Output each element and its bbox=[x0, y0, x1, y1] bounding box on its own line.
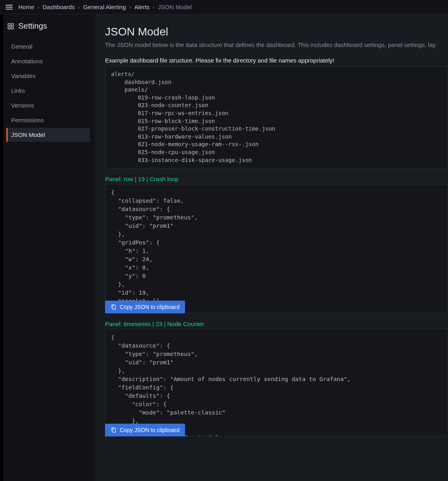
menu-icon[interactable] bbox=[6, 4, 13, 11]
topbar: Home› Dashboards› General Alerting› Aler… bbox=[0, 0, 448, 14]
panel-header: Panel: row | 19 | Crash loop bbox=[105, 176, 448, 182]
sidebar-item-annotations[interactable]: Annotations bbox=[6, 54, 90, 68]
svg-rect-2 bbox=[8, 27, 10, 29]
json-code[interactable]: { "collapsed": false, "datasource": { "t… bbox=[105, 184, 448, 313]
breadcrumb-current: JSON Model bbox=[158, 4, 192, 10]
breadcrumb-link[interactable]: Dashboards bbox=[43, 4, 75, 10]
sidebar-item-permissions[interactable]: Permissions bbox=[6, 113, 90, 127]
page-title: JSON Model bbox=[105, 25, 448, 38]
copy-json-button[interactable]: Copy JSON to clipboard bbox=[105, 301, 185, 313]
json-panel: { "collapsed": false, "datasource": { "t… bbox=[105, 184, 448, 313]
svg-rect-3 bbox=[12, 27, 14, 29]
sidebar-item-versions[interactable]: Versions bbox=[6, 98, 90, 112]
clipboard-icon bbox=[111, 427, 117, 433]
svg-rect-5 bbox=[113, 428, 116, 432]
chevron-right-icon: › bbox=[153, 4, 155, 10]
apps-icon bbox=[7, 23, 14, 30]
breadcrumb-link[interactable]: Alerts bbox=[134, 4, 149, 10]
svg-rect-4 bbox=[113, 305, 116, 309]
main-content: JSON Model The JSON model below is the d… bbox=[95, 14, 448, 481]
chevron-right-icon: › bbox=[78, 4, 80, 10]
json-code[interactable]: { "datasource": { "type": "prometheus", … bbox=[105, 329, 448, 436]
sidebar-title: Settings bbox=[6, 22, 90, 31]
sidebar-item-json-model[interactable]: JSON Model bbox=[6, 128, 90, 142]
copy-json-button[interactable]: Copy JSON to clipboard bbox=[105, 424, 185, 436]
settings-sidebar: Settings General Annotations Variables L… bbox=[3, 14, 95, 481]
page-description: The JSON model below is the data structu… bbox=[105, 41, 448, 48]
file-structure-code[interactable]: alerts/ dashboard.json panels/ 019-row-c… bbox=[105, 66, 448, 168]
breadcrumbs: Home› Dashboards› General Alerting› Aler… bbox=[18, 4, 192, 10]
left-rail bbox=[0, 14, 3, 481]
sidebar-item-general[interactable]: General bbox=[6, 39, 90, 53]
example-structure-label: Example dashboard file structure. Please… bbox=[105, 57, 448, 64]
sidebar-item-links[interactable]: Links bbox=[6, 84, 90, 98]
chevron-right-icon: › bbox=[129, 4, 131, 10]
sidebar-item-variables[interactable]: Variables bbox=[6, 69, 90, 83]
clipboard-icon bbox=[111, 304, 117, 310]
breadcrumb-link[interactable]: General Alerting bbox=[83, 4, 126, 10]
breadcrumb-link[interactable]: Home bbox=[18, 4, 34, 10]
panel-header: Panel: timeseries | 23 | Node Counter bbox=[105, 321, 448, 327]
svg-rect-1 bbox=[12, 23, 14, 25]
json-panel: { "datasource": { "type": "prometheus", … bbox=[105, 329, 448, 436]
svg-rect-0 bbox=[8, 23, 10, 25]
chevron-right-icon: › bbox=[37, 4, 39, 10]
